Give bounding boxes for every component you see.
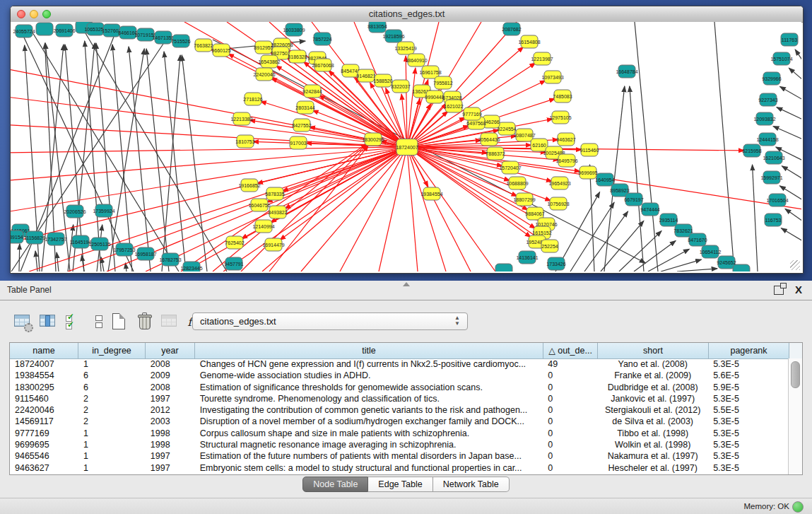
table-row[interactable]: 977716911998Corpus callosum shape and si…: [10, 428, 789, 439]
graph-node-label: 16154808: [518, 40, 540, 45]
graph-node-label: 7832621: [673, 228, 693, 233]
graph-edge: [789, 68, 801, 80]
graph-node-label: 22420046: [253, 72, 275, 77]
table-cell: 1: [78, 462, 146, 474]
table-cell: 2008: [146, 358, 195, 370]
resize-grip-icon[interactable]: [790, 260, 800, 270]
graph-node-label: 10654112: [700, 250, 722, 255]
graph-node-label: 3493822: [268, 210, 287, 215]
splitter-handle-icon[interactable]: [403, 282, 410, 286]
table-cell: 1: [78, 358, 146, 370]
graph-edge: [162, 55, 180, 271]
table-row[interactable]: 1456911722003Disruption of a novel membe…: [10, 416, 789, 427]
graph-node[interactable]: [733, 264, 750, 271]
column-header-pagerank[interactable]: pagerank: [709, 343, 789, 358]
graph-edge: [780, 86, 801, 100]
window-titlebar[interactable]: citations_edges.txt: [11, 6, 803, 23]
table-cell: Yano et al. (2008): [597, 358, 708, 370]
graph-node-label: 16210643: [763, 156, 784, 160]
table-row[interactable]: 911546021997Tourette syndrome. Phenomeno…: [10, 393, 789, 404]
table-cell: 1997: [146, 450, 195, 462]
table-cell: 2003: [146, 416, 195, 427]
graph-node-label: 62160: [532, 143, 546, 148]
graph-node-label: 17016504: [766, 198, 788, 203]
graph-node-label: 19654923: [548, 181, 570, 186]
graph-edge: [407, 147, 471, 271]
graph-node-label: 8186328: [288, 54, 307, 59]
import-table-icon[interactable]: [160, 311, 181, 332]
graph-node-label: 20691406: [53, 28, 75, 33]
column-header-title[interactable]: title: [195, 343, 543, 358]
table-row[interactable]: 969969511998Structural magnetic resonanc…: [10, 439, 789, 450]
table-row[interactable]: 946554611997Estimation of the future num…: [10, 450, 789, 462]
table-cell: Dudbridge et al. (2008): [597, 382, 708, 393]
column-header-year[interactable]: year: [146, 343, 195, 358]
row-list-icon[interactable]: [89, 311, 105, 332]
graph-node-label: 11156829: [24, 235, 45, 240]
table-cell: Hescheler et al. (1997): [597, 462, 708, 474]
graph-node-label: 7886372: [486, 151, 505, 156]
network-graph[interactable]: 2405572420691406106532571527602846616010…: [11, 22, 801, 271]
tab-node-table[interactable]: Node Table: [302, 477, 368, 492]
network-graph-canvas[interactable]: 2405572420691406106532571527602846616010…: [11, 22, 801, 271]
graph-node-label: 13325419: [394, 46, 416, 51]
graph-node-label: 9329966: [762, 76, 781, 81]
table-cell: 2012: [146, 404, 195, 416]
graph-node-label: 2087682: [502, 27, 521, 32]
table-cell: 14569117: [10, 416, 78, 427]
table-cell: 0: [543, 416, 597, 427]
graph-node-label: 1588520: [373, 78, 392, 83]
float-panel-icon[interactable]: [774, 286, 784, 295]
graph-edge: [584, 211, 628, 271]
graph-node-label: 20206526: [64, 209, 86, 214]
graph-node-label: 9227343: [758, 98, 777, 103]
graph-edge: [630, 86, 644, 271]
table-cell: Franke et al. (2009): [597, 370, 708, 381]
column-header-out_de[interactable]: △ out_de...: [543, 343, 598, 358]
table-cell: 0: [543, 370, 597, 381]
graph-node-label: 15720407: [499, 165, 521, 170]
scrollbar-thumb[interactable]: [791, 361, 800, 388]
table-options-icon[interactable]: [13, 311, 34, 332]
close-panel-icon[interactable]: X: [795, 284, 802, 296]
table-cell: 18724007: [10, 358, 78, 370]
column-header-short[interactable]: short: [598, 343, 709, 358]
window-title: citations_edges.txt: [11, 6, 803, 22]
delete-table-icon[interactable]: [134, 311, 155, 332]
table-row[interactable]: 946362711997Embryonic stem cells: a mode…: [10, 462, 789, 474]
tab-edge-table[interactable]: Edge Table: [368, 477, 433, 492]
graph-edge: [108, 49, 144, 271]
graph-node-label: 6679197: [624, 197, 643, 202]
graph-node-label: 1733426: [546, 262, 565, 267]
column-header-name[interactable]: name: [10, 343, 78, 358]
table-cell: Investigating the contribution of common…: [195, 404, 543, 416]
graph-node-label: 9990448: [425, 95, 444, 100]
panel-title: Table Panel: [7, 281, 52, 300]
graph-node-label: 2935114: [659, 218, 678, 223]
table-cell: 2: [78, 404, 146, 416]
table-row[interactable]: 1872400712008Changes of HCN gene express…: [10, 358, 789, 370]
table-cell: 9777169: [10, 428, 78, 439]
graph-node-label: 7663822: [194, 43, 213, 48]
column-header-in_degree[interactable]: in_degree: [78, 343, 146, 358]
show-column-icon[interactable]: [38, 311, 59, 332]
graph-node[interactable]: [36, 23, 53, 35]
graph-edge: [407, 147, 495, 271]
graph-node[interactable]: [495, 264, 512, 271]
network-view-window: citations_edges.txt 24055724206914061065…: [10, 6, 804, 274]
graph-node-label: 12505135: [88, 242, 110, 247]
table-scrollbar[interactable]: [788, 358, 802, 474]
table-cell: 2009: [146, 370, 195, 381]
table-panel: Table Panel X ✓ ✓ f(x) ci: [0, 281, 812, 514]
new-table-icon[interactable]: [109, 311, 130, 332]
table-row[interactable]: 2242004622012Investigating the contribut…: [10, 404, 789, 416]
table-row[interactable]: 1830029562008Estimation of significance …: [10, 382, 789, 393]
tab-network-table[interactable]: Network Table: [433, 477, 510, 492]
table-select-dropdown[interactable]: citations_edges.txt ▲▼: [192, 313, 468, 330]
graph-node-label: 8471670: [688, 238, 707, 243]
table-row[interactable]: 1938455462009Genome-wide association stu…: [10, 370, 789, 381]
graph-edge: [146, 49, 169, 271]
select-rows-icon[interactable]: ✓ ✓: [64, 311, 85, 332]
table-header: namein_degreeyeartitle△ out_de...shortpa…: [10, 343, 802, 359]
graph-node-label: 2803144: [295, 105, 314, 110]
